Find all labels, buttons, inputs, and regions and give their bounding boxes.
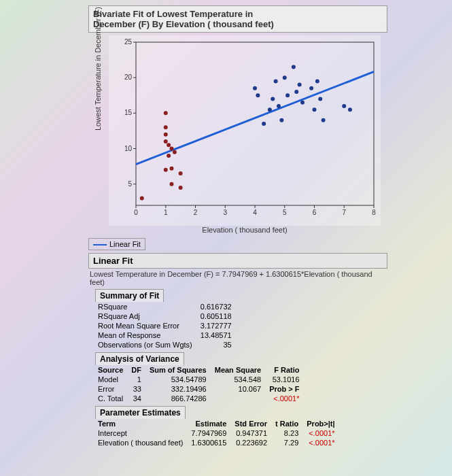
svg-text:0: 0 (134, 209, 138, 216)
anova-ms (212, 394, 266, 403)
param-t: 8.23 (273, 428, 304, 438)
svg-text:10: 10 (124, 145, 133, 152)
svg-text:4: 4 (253, 209, 257, 216)
svg-point-64 (348, 107, 352, 112)
col-se: Std Error (232, 419, 273, 428)
summary-label: Observations (or Sum Wgts) (95, 340, 198, 350)
param-est: 1.6300615 (188, 438, 232, 447)
title-line1: Bivariate Fit of Lowest Temperature in (93, 9, 383, 19)
linear-fit-header: Linear Fit (88, 253, 387, 269)
svg-point-32 (164, 133, 168, 137)
anova-df: 34 (128, 394, 147, 403)
svg-point-31 (164, 125, 168, 129)
svg-point-37 (167, 154, 171, 158)
col-p: Prob>|t| (304, 419, 340, 428)
chart-title: Bivariate Fit of Lowest Temperature in D… (88, 5, 387, 33)
summary-table: RSquare0.616732RSquare Adj0.605118Root M… (95, 302, 237, 350)
anova-source: Error (95, 384, 128, 394)
y-axis-label: Lowest Temperature in December (F) (94, 7, 102, 131)
svg-point-58 (309, 86, 313, 90)
svg-point-50 (277, 104, 281, 108)
anova-f: <.0001* (266, 394, 305, 403)
svg-point-49 (274, 79, 278, 83)
summary-label: RSquare (95, 302, 198, 311)
svg-text:20: 20 (124, 73, 133, 81)
svg-point-62 (321, 118, 326, 122)
param-t: 7.29 (273, 438, 304, 447)
svg-point-55 (294, 90, 298, 94)
svg-point-59 (313, 107, 317, 112)
anova-f: Prob > F (266, 384, 305, 394)
param-se: 0.223692 (232, 438, 273, 447)
svg-point-44 (253, 86, 257, 90)
legend-line-icon (93, 244, 107, 245)
svg-point-43 (140, 197, 144, 201)
svg-point-46 (262, 122, 266, 126)
svg-text:15: 15 (124, 109, 133, 116)
svg-point-36 (173, 150, 177, 154)
svg-point-33 (164, 139, 168, 143)
svg-text:3: 3 (223, 209, 227, 216)
col-ss: Sum of Squares (147, 365, 212, 375)
svg-point-52 (283, 75, 287, 80)
svg-text:8: 8 (372, 209, 376, 216)
svg-text:25: 25 (124, 38, 133, 46)
col-ms: Mean Square (212, 365, 266, 375)
svg-point-42 (179, 186, 183, 190)
anova-source: C. Total (95, 394, 128, 403)
col-t: t Ratio (273, 419, 304, 428)
col-est: Estimate (188, 419, 232, 428)
svg-text:1: 1 (164, 209, 168, 216)
svg-point-35 (170, 147, 174, 151)
svg-point-40 (179, 171, 183, 175)
col-term: Term (95, 419, 188, 428)
param-term: Elevation ( thousand feet) (95, 438, 188, 447)
fit-equation: Lowest Temperature in December (F) = 7.7… (88, 269, 387, 289)
title-line2: December (F) By Elevation ( thousand fee… (93, 19, 383, 29)
svg-point-61 (318, 97, 322, 101)
svg-point-60 (315, 79, 319, 83)
summary-label: RSquare Adj (95, 311, 198, 321)
summary-value: 3.172777 (198, 321, 237, 330)
param-p: <.0001* (304, 438, 340, 447)
svg-point-57 (300, 101, 305, 105)
svg-point-45 (256, 93, 260, 97)
anova-source: Model (95, 375, 128, 384)
svg-point-39 (170, 167, 174, 171)
col-df: DF (128, 365, 147, 375)
svg-point-34 (167, 143, 171, 147)
svg-point-51 (279, 118, 283, 122)
output-panel: Bivariate Fit of Lowest Temperature in D… (88, 5, 387, 447)
param-est: 7.7947969 (188, 428, 232, 438)
col-f: F Ratio (266, 365, 305, 375)
summary-value: 0.616732 (198, 302, 237, 311)
anova-ss: 534.54789 (147, 375, 212, 384)
param-table: TermEstimateStd Errort RatioProb>|t|Inte… (95, 419, 341, 447)
svg-point-56 (298, 83, 302, 87)
param-header: Parameter Estimates (95, 406, 186, 419)
param-term: Intercept (95, 428, 188, 438)
anova-f: 53.1016 (266, 375, 305, 384)
svg-rect-0 (136, 42, 374, 205)
anova-df: 33 (128, 384, 147, 394)
anova-header: Analysis of Variance (95, 352, 184, 365)
anova-ms: 534.548 (212, 375, 266, 384)
legend-label: Linear Fit (109, 240, 141, 248)
svg-point-30 (164, 111, 168, 115)
anova-ss: 866.74286 (147, 394, 212, 403)
summary-value: 35 (198, 340, 237, 350)
svg-text:5: 5 (128, 180, 132, 188)
param-p: <.0001* (304, 428, 340, 438)
x-axis-label: Elevation ( thousand feet) (109, 226, 381, 234)
scatter-chart: Lowest Temperature in December (F) 01234… (109, 35, 381, 226)
svg-text:5: 5 (283, 209, 287, 216)
summary-header: Summary of Fit (95, 289, 164, 302)
svg-text:6: 6 (313, 209, 317, 216)
anova-ms: 10.067 (212, 384, 266, 394)
summary-label: Root Mean Square Error (95, 321, 198, 330)
svg-point-47 (268, 107, 272, 112)
svg-point-53 (285, 93, 290, 97)
legend: Linear Fit (88, 238, 145, 250)
anova-df: 1 (128, 375, 147, 384)
svg-point-41 (170, 182, 174, 186)
